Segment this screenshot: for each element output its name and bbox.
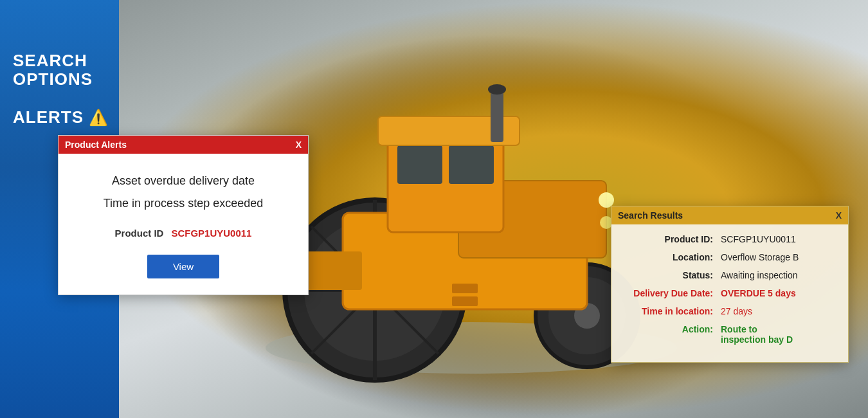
result-label-0: Product ID: [624,234,721,244]
result-row: Status:Awaiting inspection [624,270,835,280]
svg-rect-14 [397,145,442,184]
result-row: Product ID:SCFGP1UYU0011 [624,234,835,244]
product-alerts-dialog: Product Alerts X Asset overdue delivery … [58,135,309,295]
search-results-header: Search Results X [611,206,848,224]
result-row: Action:Route toinspection bay D [624,324,835,345]
svg-rect-21 [452,296,478,306]
result-value-3: OVERDUE 5 days [721,288,835,298]
product-id-row: Product ID SCFGP1UYU0011 [71,228,295,239]
svg-rect-19 [304,251,362,290]
dialog-body: Asset overdue delivery date Time in proc… [59,154,308,295]
svg-rect-15 [449,145,494,184]
result-label-1: Location: [624,252,721,262]
result-label-2: Status: [624,270,721,280]
dialog-header: Product Alerts X [59,136,308,154]
result-row: Time in location:27 days [624,306,835,316]
result-value-4: 27 days [721,306,835,316]
alert-warning-icon: ⚠️ [89,109,108,127]
dialog-close-button[interactable]: X [296,140,302,150]
result-label-3: Delivery Due Date: [624,288,721,298]
view-button[interactable]: View [147,255,219,278]
result-label-5: Action: [624,324,721,334]
svg-rect-17 [491,91,503,142]
product-id-label: Product ID [115,228,164,239]
product-id-value: SCFGP1UYU0011 [171,228,251,239]
svg-rect-20 [452,284,478,293]
svg-point-18 [488,84,506,95]
result-value-5: Route toinspection bay D [721,324,835,345]
search-results-body: Product ID:SCFGP1UYU0011Location:Overflo… [611,224,848,362]
alert-message-1: Asset overdue delivery date [71,173,295,189]
result-label-4: Time in location: [624,306,721,316]
dialog-title: Product Alerts [65,140,127,150]
result-value-1: Overflow Storage B [721,252,835,262]
search-results-close-button[interactable]: X [836,210,842,221]
search-options-title: SEARCH OPTIONS [13,51,106,88]
result-row: Location:Overflow Storage B [624,252,835,262]
result-value-0: SCFGP1UYU0011 [721,234,835,244]
search-results-title: Search Results [618,210,683,221]
alerts-label: ALERTS [13,107,84,127]
search-results-panel: Search Results X Product ID:SCFGP1UYU001… [611,206,849,363]
alert-message-2: Time in process step exceeded [71,195,295,212]
result-value-2: Awaiting inspection [721,270,835,280]
result-row: Delivery Due Date:OVERDUE 5 days [624,288,835,298]
